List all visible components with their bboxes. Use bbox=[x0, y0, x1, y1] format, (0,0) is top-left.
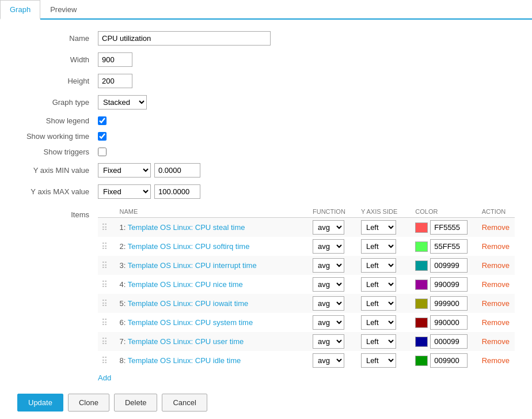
item-name-link[interactable]: Template OS Linux: CPU interrupt time bbox=[128, 261, 257, 270]
add-link[interactable]: Add bbox=[98, 373, 111, 382]
color-swatch[interactable] bbox=[415, 337, 428, 347]
drag-handle-icon[interactable]: ⠿ bbox=[101, 318, 108, 327]
y-axis-select[interactable]: LeftRight bbox=[361, 296, 396, 311]
tab-bar: Graph Preview bbox=[0, 0, 532, 20]
color-swatch[interactable] bbox=[415, 280, 428, 290]
width-input[interactable] bbox=[98, 52, 132, 67]
y-axis-select[interactable]: LeftRight bbox=[361, 353, 396, 368]
remove-link[interactable]: Remove bbox=[482, 223, 510, 232]
remove-link[interactable]: Remove bbox=[482, 242, 510, 251]
color-swatch[interactable] bbox=[415, 261, 428, 271]
function-select[interactable]: minavgmaxalllast bbox=[313, 220, 344, 235]
name-input[interactable] bbox=[98, 31, 271, 46]
item-num: 5: bbox=[119, 299, 126, 308]
table-row: ⠿3: Template OS Linux: CPU interrupt tim… bbox=[98, 256, 515, 275]
function-select[interactable]: minavgmaxalllast bbox=[313, 334, 344, 349]
item-name-link[interactable]: Template OS Linux: CPU nice time bbox=[128, 280, 243, 289]
color-swatch[interactable] bbox=[415, 318, 428, 328]
remove-link[interactable]: Remove bbox=[482, 356, 510, 365]
function-select[interactable]: minavgmaxalllast bbox=[313, 258, 344, 273]
drag-handle-icon[interactable]: ⠿ bbox=[101, 261, 108, 270]
color-hex-input[interactable] bbox=[430, 315, 468, 330]
y-axis-select[interactable]: LeftRight bbox=[361, 258, 396, 273]
item-num: 2: bbox=[119, 242, 126, 251]
remove-link[interactable]: Remove bbox=[482, 299, 510, 308]
color-hex-input[interactable] bbox=[430, 296, 468, 311]
height-input[interactable] bbox=[98, 74, 132, 88]
items-table-wrap: NAME FUNCTION Y AXIS SIDE COLOR ACTION ⠿… bbox=[98, 206, 515, 382]
show-triggers-row: Show triggers bbox=[17, 148, 515, 156]
function-select[interactable]: minavgmaxalllast bbox=[313, 239, 344, 254]
color-hex-input[interactable] bbox=[430, 277, 468, 292]
drag-handle-icon[interactable]: ⠿ bbox=[101, 337, 108, 346]
remove-link[interactable]: Remove bbox=[482, 318, 510, 327]
remove-link[interactable]: Remove bbox=[482, 337, 510, 346]
y-axis-select[interactable]: LeftRight bbox=[361, 315, 396, 330]
drag-handle-icon[interactable]: ⠿ bbox=[101, 222, 108, 232]
item-name-link[interactable]: Template OS Linux: CPU iowait time bbox=[128, 299, 249, 308]
item-name-link[interactable]: Template OS Linux: CPU system time bbox=[128, 318, 253, 327]
function-select[interactable]: minavgmaxalllast bbox=[313, 277, 344, 292]
y-axis-select[interactable]: LeftRight bbox=[361, 277, 396, 292]
item-name-link[interactable]: Template OS Linux: CPU user time bbox=[128, 337, 244, 346]
clone-button[interactable]: Clone bbox=[68, 394, 109, 412]
remove-link[interactable]: Remove bbox=[482, 261, 510, 270]
item-name-link[interactable]: Template OS Linux: CPU idle time bbox=[128, 356, 241, 365]
items-label: Items bbox=[17, 206, 98, 382]
graph-type-select[interactable]: Normal Stacked Pie Exploded bbox=[98, 95, 147, 110]
y-axis-select[interactable]: LeftRight bbox=[361, 220, 396, 235]
height-row: Height bbox=[17, 74, 515, 88]
item-num: 8: bbox=[119, 356, 126, 365]
remove-link[interactable]: Remove bbox=[482, 280, 510, 289]
name-label: Name bbox=[17, 34, 98, 43]
tab-preview[interactable]: Preview bbox=[40, 0, 86, 20]
color-swatch[interactable] bbox=[415, 356, 428, 366]
function-select[interactable]: minavgmaxalllast bbox=[313, 353, 344, 368]
tab-graph[interactable]: Graph bbox=[0, 0, 40, 20]
color-swatch[interactable] bbox=[415, 299, 428, 309]
function-select[interactable]: minavgmaxalllast bbox=[313, 296, 344, 311]
item-name-link[interactable]: Template OS Linux: CPU softirq time bbox=[128, 242, 250, 251]
show-legend-row: Show legend bbox=[17, 116, 515, 125]
width-label: Width bbox=[17, 55, 98, 64]
drag-handle-icon[interactable]: ⠿ bbox=[101, 241, 108, 251]
drag-handle-icon[interactable]: ⠿ bbox=[101, 280, 108, 289]
table-row: ⠿4: Template OS Linux: CPU nice timemina… bbox=[98, 275, 515, 294]
color-swatch[interactable] bbox=[415, 241, 428, 252]
color-hex-input[interactable] bbox=[430, 353, 468, 368]
y-axis-max-label: Y axis MAX value bbox=[17, 187, 98, 196]
update-button[interactable]: Update bbox=[17, 394, 63, 412]
color-cell bbox=[412, 237, 478, 256]
color-cell bbox=[412, 351, 478, 370]
y-axis-max-value-input[interactable] bbox=[154, 184, 200, 199]
color-hex-input[interactable] bbox=[430, 220, 468, 235]
drag-handle-icon[interactable]: ⠿ bbox=[101, 299, 108, 308]
y-axis-min-value-input[interactable] bbox=[154, 163, 200, 178]
y-axis-select[interactable]: LeftRight bbox=[361, 334, 396, 349]
show-working-time-row: Show working time bbox=[17, 132, 515, 141]
y-axis-min-type-select[interactable]: Calculated Fixed Item bbox=[98, 163, 151, 178]
y-axis-select[interactable]: LeftRight bbox=[361, 239, 396, 254]
show-working-time-checkbox[interactable] bbox=[98, 132, 107, 141]
show-legend-checkbox[interactable] bbox=[98, 116, 107, 125]
table-row: ⠿2: Template OS Linux: CPU softirq timem… bbox=[98, 237, 515, 256]
color-swatch[interactable] bbox=[415, 222, 428, 233]
item-name-link[interactable]: Template OS Linux: CPU steal time bbox=[128, 223, 245, 232]
th-color: COLOR bbox=[412, 206, 478, 218]
delete-button[interactable]: Delete bbox=[114, 394, 158, 412]
color-hex-input[interactable] bbox=[430, 334, 468, 349]
y-axis-max-type-select[interactable]: Calculated Fixed Item bbox=[98, 184, 151, 199]
y-axis-max-row: Y axis MAX value Calculated Fixed Item bbox=[17, 184, 515, 199]
cancel-button[interactable]: Cancel bbox=[162, 394, 207, 412]
color-hex-input[interactable] bbox=[430, 258, 468, 273]
show-triggers-checkbox[interactable] bbox=[98, 148, 107, 156]
width-row: Width bbox=[17, 52, 515, 67]
table-row: ⠿8: Template OS Linux: CPU idle timemina… bbox=[98, 351, 515, 370]
color-cell bbox=[412, 294, 478, 313]
item-num: 6: bbox=[119, 318, 126, 327]
th-yaxis: Y AXIS SIDE bbox=[358, 206, 412, 218]
drag-handle-icon[interactable]: ⠿ bbox=[101, 356, 108, 365]
function-select[interactable]: minavgmaxalllast bbox=[313, 315, 344, 330]
table-row: ⠿6: Template OS Linux: CPU system timemi… bbox=[98, 313, 515, 332]
color-hex-input[interactable] bbox=[430, 239, 468, 254]
